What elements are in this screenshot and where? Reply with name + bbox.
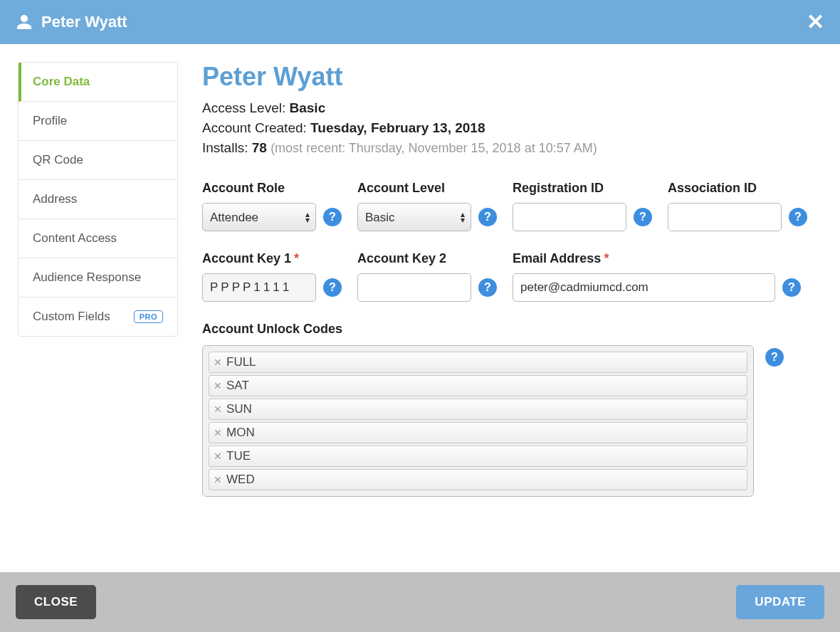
account-key-2-label: Account Key 2 bbox=[357, 251, 500, 266]
code-pill[interactable]: ✕MON bbox=[209, 422, 747, 443]
help-icon[interactable]: ? bbox=[323, 278, 342, 297]
sidebar-item-content-access[interactable]: Content Access bbox=[19, 219, 177, 258]
pro-badge: PRO bbox=[134, 310, 163, 323]
code-label: MON bbox=[226, 426, 255, 440]
sidebar-item-core-data[interactable]: Core Data bbox=[19, 63, 177, 102]
sidebar-item-custom-fields[interactable]: Custom Fields PRO bbox=[19, 297, 177, 336]
help-icon[interactable]: ? bbox=[634, 208, 652, 226]
association-id-input[interactable] bbox=[668, 203, 782, 231]
account-key-2-input[interactable] bbox=[357, 273, 471, 302]
installs-label: Installs: bbox=[202, 140, 248, 155]
unlock-codes-box[interactable]: ✕FULL ✕SAT ✕SUN ✕MON ✕TUE ✕WED bbox=[202, 345, 754, 497]
code-pill[interactable]: ✕TUE bbox=[209, 446, 747, 467]
created-label: Account Created: bbox=[202, 120, 307, 135]
code-label: TUE bbox=[226, 449, 251, 463]
account-key-1-label: Account Key 1* bbox=[202, 251, 345, 266]
code-label: SAT bbox=[226, 379, 249, 393]
unlock-codes-label: Account Unlock Codes bbox=[202, 322, 819, 337]
help-icon[interactable]: ? bbox=[789, 208, 807, 226]
installs-value: 78 bbox=[252, 140, 267, 155]
code-pill[interactable]: ✕WED bbox=[209, 469, 747, 490]
sidebar-item-profile[interactable]: Profile bbox=[19, 102, 177, 141]
access-level-label: Access Level: bbox=[202, 100, 285, 115]
created-value: Tuesday, February 13, 2018 bbox=[310, 120, 485, 135]
code-pill[interactable]: ✕FULL bbox=[209, 352, 747, 373]
access-level-line: Access Level: Basic bbox=[202, 100, 819, 116]
page-title: Peter Wyatt bbox=[202, 62, 819, 92]
account-role-label: Account Role bbox=[202, 181, 345, 196]
help-icon[interactable]: ? bbox=[478, 208, 497, 226]
sidebar-item-label: Address bbox=[33, 192, 77, 206]
modal-body: Core Data Profile QR Code Address Conten… bbox=[0, 44, 840, 572]
code-label: SUN bbox=[226, 402, 252, 416]
help-icon[interactable]: ? bbox=[478, 278, 497, 297]
close-icon[interactable]: ✕ bbox=[807, 11, 824, 33]
modal-title: Peter Wyatt bbox=[41, 13, 127, 31]
remove-icon[interactable]: ✕ bbox=[214, 404, 222, 414]
account-level-select[interactable]: Basic bbox=[357, 203, 471, 231]
user-icon bbox=[16, 14, 33, 31]
remove-icon[interactable]: ✕ bbox=[214, 475, 222, 485]
access-level-value: Basic bbox=[290, 100, 326, 115]
sidebar-item-audience-response[interactable]: Audience Response bbox=[19, 258, 177, 297]
remove-icon[interactable]: ✕ bbox=[214, 451, 222, 461]
remove-icon[interactable]: ✕ bbox=[214, 428, 222, 438]
account-role-select[interactable]: Attendee bbox=[202, 203, 316, 231]
sidebar-item-address[interactable]: Address bbox=[19, 180, 177, 219]
code-pill[interactable]: ✕SAT bbox=[209, 375, 747, 396]
help-icon[interactable]: ? bbox=[765, 348, 784, 367]
code-label: WED bbox=[226, 473, 255, 487]
code-label: FULL bbox=[226, 355, 256, 369]
registration-id-input[interactable] bbox=[513, 203, 626, 231]
registration-id-label: Registration ID bbox=[513, 181, 655, 196]
installs-hint: (most recent: Thursday, November 15, 201… bbox=[271, 141, 597, 155]
sidebar-item-qr-code[interactable]: QR Code bbox=[19, 141, 177, 180]
account-level-label: Account Level bbox=[357, 181, 500, 196]
remove-icon[interactable]: ✕ bbox=[214, 357, 222, 367]
sidebar-item-label: Audience Response bbox=[33, 270, 141, 285]
update-button[interactable]: UPDATE bbox=[736, 585, 824, 619]
modal-header: Peter Wyatt ✕ bbox=[0, 0, 840, 44]
sidebar-item-label: Custom Fields bbox=[33, 310, 110, 324]
account-key-1-input[interactable] bbox=[202, 273, 316, 302]
association-id-label: Association ID bbox=[668, 181, 810, 196]
sidebar-item-label: Core Data bbox=[33, 75, 90, 89]
modal-footer: CLOSE UPDATE bbox=[0, 572, 840, 632]
remove-icon[interactable]: ✕ bbox=[214, 381, 222, 391]
help-icon[interactable]: ? bbox=[323, 208, 342, 226]
sidebar-item-label: Profile bbox=[33, 114, 67, 128]
created-line: Account Created: Tuesday, February 13, 2… bbox=[202, 120, 819, 136]
installs-line: Installs: 78 (most recent: Thursday, Nov… bbox=[202, 140, 819, 156]
code-pill[interactable]: ✕SUN bbox=[209, 399, 747, 420]
sidebar: Core Data Profile QR Code Address Conten… bbox=[18, 62, 178, 337]
help-icon[interactable]: ? bbox=[782, 278, 801, 297]
sidebar-item-label: Content Access bbox=[33, 231, 117, 246]
content-pane: Peter Wyatt Access Level: Basic Account … bbox=[178, 62, 819, 554]
email-label: Email Address* bbox=[513, 251, 801, 266]
close-button[interactable]: CLOSE bbox=[16, 585, 96, 619]
email-input[interactable] bbox=[513, 273, 775, 302]
sidebar-item-label: QR Code bbox=[33, 153, 83, 167]
